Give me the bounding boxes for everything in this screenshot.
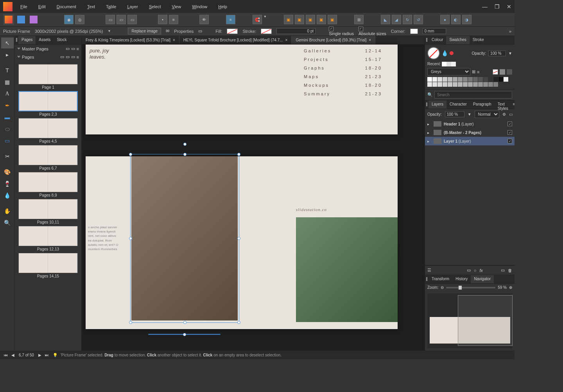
tab-colour[interactable]: Colour bbox=[429, 36, 446, 44]
single-radius-checkbox[interactable]: ✓ Single radius bbox=[329, 27, 354, 36]
zoom-slider[interactable] bbox=[446, 287, 495, 288]
corner-value-input[interactable] bbox=[423, 28, 446, 34]
grey-swatch[interactable] bbox=[432, 82, 437, 87]
tab-character[interactable]: Character bbox=[446, 100, 470, 109]
grey-swatch[interactable] bbox=[448, 82, 452, 87]
zoom-out-icon[interactable]: ⊖ bbox=[441, 285, 444, 290]
icon[interactable]: ▭ bbox=[66, 54, 70, 59]
tab-swatches[interactable]: Swatches bbox=[446, 36, 469, 44]
close-icon[interactable]: × bbox=[369, 38, 371, 42]
move-tool[interactable]: ↖ bbox=[1, 38, 14, 48]
tab-transform[interactable]: Transform bbox=[429, 275, 452, 283]
fx-icon[interactable]: fx bbox=[479, 268, 483, 273]
layer-opacity-input[interactable] bbox=[445, 111, 464, 117]
icon[interactable]: ▭ bbox=[66, 46, 70, 51]
grey-swatch[interactable] bbox=[458, 77, 463, 82]
zoom-in-icon[interactable]: ⊕ bbox=[509, 285, 512, 290]
tool-icon[interactable]: ▭ bbox=[117, 15, 126, 24]
grey-swatch[interactable] bbox=[478, 77, 483, 82]
shape-icon[interactable]: ◐ bbox=[451, 15, 461, 24]
grey-swatch[interactable] bbox=[443, 82, 447, 87]
persona-photo[interactable] bbox=[28, 14, 39, 25]
grey-swatch[interactable] bbox=[493, 77, 498, 82]
menu-help[interactable]: Help bbox=[218, 4, 227, 9]
tab-stroke[interactable]: Stroke bbox=[470, 36, 487, 44]
snap-icon[interactable]: 🧲 bbox=[253, 15, 262, 24]
more-icon[interactable]: » bbox=[509, 29, 511, 34]
icon[interactable]: ▭ bbox=[501, 268, 505, 273]
menu-file[interactable]: File bbox=[20, 4, 27, 9]
grey-swatch[interactable] bbox=[488, 82, 493, 87]
layers-icon[interactable]: ☰ bbox=[427, 268, 431, 273]
properties-label[interactable]: Properties bbox=[174, 29, 194, 34]
navigator-preview[interactable] bbox=[427, 294, 512, 348]
grey-swatch[interactable] bbox=[483, 77, 488, 82]
crop-tool[interactable]: ✂ bbox=[1, 151, 14, 162]
tool-icon[interactable]: ≡ bbox=[169, 15, 178, 24]
grey-swatch[interactable] bbox=[468, 82, 473, 87]
icon[interactable]: ○ bbox=[474, 268, 477, 273]
stroke-swatch[interactable] bbox=[261, 29, 272, 34]
grey-swatch[interactable] bbox=[498, 77, 503, 82]
layer-row[interactable]: ▸(B-Master - 2 Pages) ✓ bbox=[425, 128, 515, 137]
fill-tool[interactable]: 🎨 bbox=[1, 166, 14, 177]
page-thumb[interactable]: Pages 10,11 bbox=[16, 199, 80, 224]
frame-slider[interactable] bbox=[148, 334, 221, 335]
grey-swatch[interactable] bbox=[437, 77, 442, 82]
page-thumb[interactable]: Pages 6,7 bbox=[16, 145, 80, 170]
table-tool[interactable]: ▦ bbox=[1, 77, 14, 88]
color-picker-tool[interactable]: 💧 bbox=[1, 190, 14, 201]
tab-pages[interactable]: Pages bbox=[18, 36, 36, 44]
tool-icon[interactable]: ◎ bbox=[75, 15, 84, 24]
grey-swatch[interactable] bbox=[443, 77, 447, 82]
shape-icon[interactable]: ◑ bbox=[462, 15, 472, 24]
none-swatch[interactable] bbox=[493, 69, 498, 75]
grey-swatch[interactable] bbox=[437, 82, 442, 87]
grey-swatch[interactable] bbox=[473, 82, 478, 87]
grey-swatch[interactable] bbox=[493, 82, 498, 87]
picture-frame-tool[interactable]: ▭ bbox=[1, 135, 14, 146]
search-input[interactable] bbox=[434, 91, 512, 98]
grey-swatch[interactable] bbox=[504, 77, 508, 82]
menu-edit[interactable]: Edit bbox=[38, 4, 46, 9]
tab-stock[interactable]: Stock bbox=[54, 36, 70, 44]
minimize-button[interactable]: — bbox=[482, 4, 488, 10]
collapse-icon[interactable] bbox=[17, 48, 20, 50]
flip-icon[interactable]: ◢ bbox=[392, 15, 401, 24]
arrange-icon[interactable]: ▣ bbox=[317, 15, 326, 24]
persona-designer[interactable] bbox=[16, 14, 27, 25]
icon[interactable]: ▭ bbox=[71, 46, 75, 51]
grey-swatch[interactable] bbox=[473, 77, 478, 82]
arrange-icon[interactable]: ▣ bbox=[295, 15, 304, 24]
icon[interactable]: ▭ bbox=[60, 54, 64, 59]
ellipse-tool[interactable]: ⬭ bbox=[1, 124, 14, 134]
menu-view[interactable]: View bbox=[172, 4, 181, 9]
menu-select[interactable]: Select bbox=[149, 4, 161, 9]
eyedropper-icon[interactable]: 💧 bbox=[441, 50, 448, 56]
warning-icon[interactable]: 💡 bbox=[53, 353, 57, 357]
doc-tab[interactable]: Gemini Brochure [Locked] (59.3%) [Trial]… bbox=[292, 36, 375, 44]
grey-swatch[interactable] bbox=[478, 82, 483, 87]
menu-table[interactable]: Table bbox=[106, 4, 116, 9]
icon[interactable]: ▭ bbox=[467, 268, 471, 273]
trash-icon[interactable]: 🗑 bbox=[508, 268, 512, 273]
grey-swatch[interactable] bbox=[463, 82, 468, 87]
transparency-tool[interactable]: 🍷 bbox=[1, 178, 14, 189]
corner-type[interactable] bbox=[410, 29, 418, 34]
artistic-text-tool[interactable]: A bbox=[1, 88, 14, 99]
icon[interactable]: ▭ bbox=[71, 54, 75, 59]
close-icon[interactable]: × bbox=[173, 38, 175, 42]
tab-history[interactable]: History bbox=[452, 275, 471, 283]
icon[interactable]: ≡ bbox=[77, 55, 79, 59]
grey-swatch[interactable] bbox=[468, 77, 473, 82]
flip-icon[interactable]: ◣ bbox=[381, 15, 390, 24]
grey-swatch[interactable] bbox=[463, 77, 468, 82]
prev-page-button[interactable]: ◀ bbox=[10, 352, 16, 358]
tool-icon[interactable]: ≡ bbox=[226, 15, 235, 24]
icon[interactable]: ⊞ bbox=[472, 69, 475, 74]
page-thumb[interactable]: Page 1 bbox=[16, 64, 80, 89]
zoom-tool[interactable]: 🔍 bbox=[1, 217, 14, 228]
arrange-icon[interactable]: ▣ bbox=[306, 15, 315, 24]
icon[interactable]: ≡ bbox=[477, 70, 479, 74]
page-thumb[interactable]: Pages 4,5 bbox=[16, 118, 80, 143]
